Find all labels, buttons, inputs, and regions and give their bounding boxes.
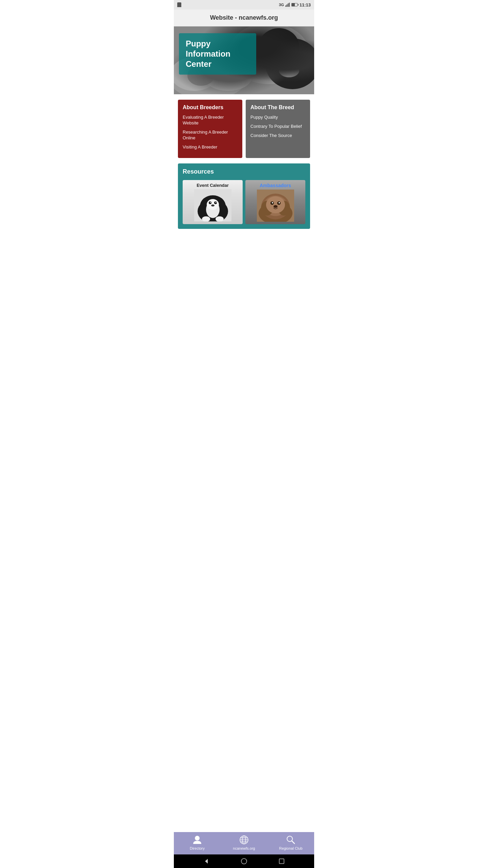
svg-rect-3 — [289, 3, 290, 7]
status-bar: 3G 11:13 — [174, 0, 314, 9]
svg-rect-48 — [279, 859, 284, 864]
about-breed-card: About The Breed Puppy Quality Contrary T… — [246, 100, 310, 158]
battery-icon — [291, 3, 298, 6]
event-calendar-box[interactable]: Event Calendar — [183, 180, 243, 224]
person-icon — [192, 835, 202, 845]
back-icon — [203, 858, 210, 865]
svg-point-38 — [195, 836, 200, 841]
svg-point-37 — [273, 205, 278, 208]
svg-point-36 — [279, 202, 280, 203]
resources-section: Resources Event Calendar — [178, 163, 310, 229]
consider-source-link[interactable]: Consider The Source — [250, 133, 305, 139]
svg-line-45 — [292, 841, 294, 844]
status-bar-left — [177, 2, 183, 7]
status-bar-right: 3G 11:13 — [279, 2, 311, 7]
breed-card-title: About The Breed — [250, 104, 305, 111]
resources-images: Event Calendar — [183, 180, 305, 224]
about-breeders-card: About Breeders Evaluating A Breeder Webs… — [178, 100, 242, 158]
svg-point-35 — [272, 202, 273, 203]
svg-rect-0 — [285, 5, 286, 7]
network-indicator: 3G — [279, 3, 284, 7]
breeders-card-title: About Breeders — [183, 104, 238, 111]
puppy-quality-link[interactable]: Puppy Quality — [250, 115, 305, 120]
ambassadors-box[interactable]: Ambassadors — [245, 180, 305, 224]
visiting-breeder-link[interactable]: Visiting A Breeder — [183, 144, 238, 150]
ambassadors-label: Ambassadors — [258, 180, 292, 190]
researching-breeder-link[interactable]: Researching A Breeder Online — [183, 130, 238, 141]
event-calendar-dog-image — [194, 189, 231, 221]
svg-point-23 — [211, 204, 215, 206]
svg-point-9 — [279, 64, 299, 77]
main-content: About Breeders Evaluating A Breeder Webs… — [174, 94, 314, 240]
directory-label: Directory — [190, 846, 205, 850]
svg-point-22 — [215, 202, 216, 203]
regional-club-label: Regional Club — [279, 846, 302, 850]
home-button[interactable] — [240, 857, 248, 865]
search-icon — [286, 835, 296, 845]
back-button[interactable] — [203, 857, 210, 865]
home-icon — [241, 858, 247, 865]
hero-overlay: Puppy Information Center — [179, 33, 256, 75]
page-header: Website - ncanewfs.org — [174, 9, 314, 26]
svg-point-32 — [266, 196, 285, 213]
sd-icon — [177, 2, 181, 7]
svg-rect-2 — [288, 3, 289, 7]
android-nav-bar — [174, 854, 314, 868]
event-calendar-label: Event Calendar — [195, 180, 230, 189]
svg-point-21 — [210, 202, 211, 203]
time-display: 11:13 — [300, 2, 311, 7]
svg-point-7 — [265, 38, 314, 89]
nav-directory[interactable]: Directory — [174, 835, 221, 850]
ncanewfs-label: ncanewfs.org — [233, 846, 255, 850]
resources-title: Resources — [183, 168, 305, 175]
globe-icon — [239, 835, 249, 845]
ambassadors-dog-image — [257, 190, 294, 222]
nav-ncanewfs[interactable]: ncanewfs.org — [221, 835, 267, 850]
evaluating-breeder-link[interactable]: Evaluating A Breeder Website — [183, 115, 238, 126]
cards-row: About Breeders Evaluating A Breeder Webs… — [178, 100, 310, 158]
svg-point-47 — [241, 859, 247, 864]
signal-icon — [285, 3, 290, 7]
svg-point-6 — [252, 37, 313, 84]
page-title: Website - ncanewfs.org — [210, 14, 278, 21]
contrary-belief-link[interactable]: Contrary To Popular Belief — [250, 124, 305, 130]
svg-point-8 — [259, 28, 299, 65]
recents-icon — [278, 858, 285, 865]
svg-rect-1 — [286, 4, 287, 7]
nav-regional-club[interactable]: Regional Club — [267, 835, 314, 850]
hero-section: Puppy Information Center — [174, 26, 314, 94]
svg-marker-46 — [205, 859, 208, 864]
hero-title: Puppy Information Center — [186, 39, 230, 68]
bottom-nav: Directory ncanewfs.org Regional Club — [174, 832, 314, 854]
recents-button[interactable] — [278, 857, 285, 865]
